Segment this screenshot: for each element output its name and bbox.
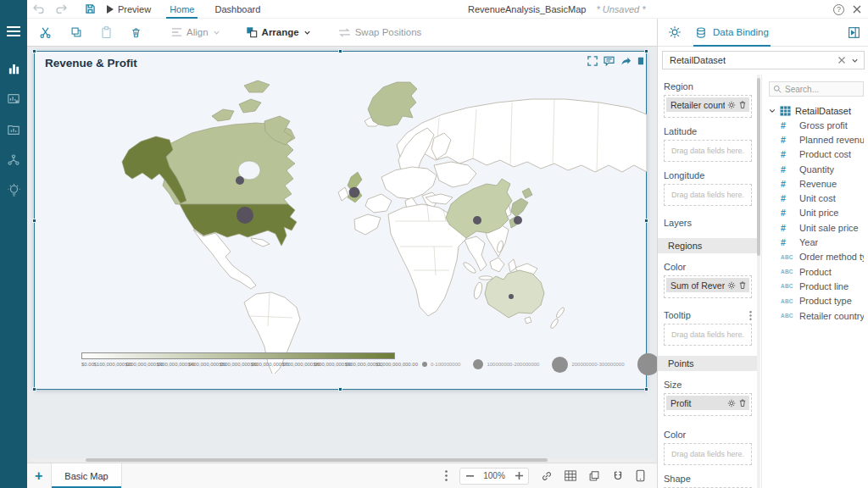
dataset-field[interactable]: ABCOrder method ty...	[769, 250, 864, 264]
resize-handle-w[interactable]	[32, 219, 36, 223]
statusbar-menu-icon[interactable]	[445, 470, 448, 481]
country-java[interactable]	[479, 276, 492, 280]
resize-handle-n[interactable]	[338, 49, 342, 53]
dataset-field[interactable]: #Product cost	[769, 147, 864, 162]
dashboards-icon[interactable]	[0, 56, 27, 81]
resize-handle-sw[interactable]	[32, 387, 36, 391]
copy-icon[interactable]	[70, 26, 82, 38]
size-dropzone[interactable]: Profit	[664, 393, 752, 416]
dataset-dropdown-icon[interactable]	[851, 57, 859, 64]
close-icon[interactable]	[853, 5, 861, 14]
country-arctic-island-3[interactable]	[244, 80, 270, 92]
canvas-horizontal-scrollbar[interactable]	[31, 458, 654, 462]
country-sumatra[interactable]	[462, 261, 477, 274]
dataset-field[interactable]: #Quantity	[769, 162, 864, 176]
undo-icon[interactable]	[33, 4, 44, 14]
zoom-in-button[interactable]	[509, 472, 528, 480]
reports-icon[interactable]	[0, 86, 27, 112]
resize-handle-e[interactable]	[644, 219, 648, 223]
resize-handle-ne[interactable]	[644, 49, 648, 53]
country-sulawesi[interactable]	[509, 259, 516, 272]
preview-button[interactable]: Preview	[107, 4, 151, 14]
tooltip-dropzone[interactable]: Drag data fields here.	[664, 324, 752, 346]
dataset-field[interactable]: ABCProduct type	[769, 294, 864, 308]
country-japan-honshu[interactable]	[511, 198, 528, 217]
align-menu[interactable]: Align	[171, 27, 220, 37]
country-cuba[interactable]	[251, 238, 270, 247]
remove-field-icon[interactable]	[738, 398, 747, 408]
field-settings-icon[interactable]	[727, 281, 736, 290]
help-icon[interactable]: ?	[833, 4, 844, 15]
collapse-panel-icon[interactable]	[848, 26, 860, 39]
color-field-chip[interactable]: Sum of Revenue	[666, 278, 749, 292]
dataset-field[interactable]: ABCRetailer country	[769, 308, 864, 323]
jump-to-icon[interactable]	[620, 56, 632, 66]
maximize-icon[interactable]	[587, 56, 598, 66]
layers-icon[interactable]	[588, 470, 600, 482]
tab-data-binding[interactable]: Data Binding	[695, 19, 769, 47]
point-australia[interactable]	[509, 294, 514, 299]
resize-handle-se[interactable]	[644, 387, 648, 391]
size-field-chip[interactable]: Profit	[666, 396, 749, 410]
resize-handle-s[interactable]	[338, 387, 342, 391]
country-france[interactable]	[365, 194, 392, 213]
country-japan-hokkaido[interactable]	[522, 188, 532, 198]
delete-icon[interactable]	[131, 26, 142, 39]
country-mexico[interactable]	[193, 230, 256, 289]
remove-field-icon[interactable]	[738, 280, 747, 290]
redo-icon[interactable]	[56, 4, 67, 14]
country-iberia[interactable]	[354, 214, 381, 235]
main-menu-icon[interactable]	[0, 19, 27, 44]
dataset-field[interactable]: #Unit sale price	[769, 220, 864, 235]
dataset-field[interactable]: ABCProduct line	[769, 279, 864, 293]
remove-field-icon[interactable]	[738, 100, 747, 109]
magnet-snap-icon[interactable]	[612, 470, 624, 482]
dataset-field[interactable]: #Year	[769, 235, 864, 249]
country-central-asia[interactable]	[434, 162, 476, 187]
tooltip-menu-icon[interactable]	[749, 311, 752, 320]
settings-gear-icon[interactable]	[668, 25, 682, 39]
binding-scrollbar[interactable]	[757, 75, 760, 488]
field-search[interactable]	[769, 81, 864, 97]
regions-color-dropzone[interactable]: Sum of Revenue	[664, 275, 752, 298]
dataset-field[interactable]: #Planned revenue	[769, 132, 864, 147]
documents-icon[interactable]	[0, 117, 27, 142]
arrange-menu[interactable]: Arrange	[246, 26, 311, 38]
country-australia[interactable]	[485, 270, 544, 318]
categories-icon[interactable]	[0, 147, 27, 173]
save-icon[interactable]	[85, 3, 96, 14]
resize-handle-nw[interactable]	[32, 49, 36, 53]
link-icon[interactable]	[541, 470, 553, 482]
latitude-dropzone[interactable]: Drag data fields here.	[664, 140, 752, 162]
zoom-out-button[interactable]	[460, 475, 479, 477]
dataset-field[interactable]: #Unit price	[769, 206, 864, 220]
field-settings-icon[interactable]	[727, 399, 736, 408]
dataset-field[interactable]: ABCProduct	[769, 264, 864, 279]
country-russia[interactable]	[397, 99, 647, 172]
sheet-tab-basic-map[interactable]: Basic Map	[51, 463, 121, 488]
field-settings-icon[interactable]	[727, 101, 736, 109]
point-japan[interactable]	[514, 216, 522, 225]
grid-icon[interactable]	[565, 470, 576, 481]
design-canvas[interactable]: Revenue & Profit	[27, 47, 657, 463]
point-canada[interactable]	[236, 176, 244, 185]
points-color-dropzone[interactable]: Drag data fields here.	[664, 443, 752, 465]
comment-icon[interactable]	[604, 56, 615, 66]
point-usa[interactable]	[236, 207, 253, 224]
country-greenland[interactable]	[368, 82, 417, 126]
device-preview-icon[interactable]	[636, 469, 645, 482]
clear-dataset-icon[interactable]	[838, 57, 845, 64]
country-ireland[interactable]	[338, 187, 348, 201]
country-tasmania[interactable]	[525, 317, 531, 324]
country-madagascar[interactable]	[473, 281, 484, 299]
insights-icon[interactable]	[0, 178, 27, 203]
country-arctic-island-1[interactable]	[212, 109, 234, 121]
dataset-field[interactable]: #Revenue	[769, 176, 864, 191]
more-options-icon[interactable]	[637, 56, 643, 66]
add-sheet-button[interactable]: +	[27, 469, 51, 484]
swap-positions-button[interactable]: Swap Positions	[338, 27, 422, 37]
region-dropzone[interactable]: Retailer country	[664, 95, 752, 118]
dataset-tree-root[interactable]: RetailDataset	[769, 106, 864, 116]
country-borneo[interactable]	[490, 258, 504, 272]
tab-dashboard[interactable]: Dashboard	[204, 0, 270, 19]
